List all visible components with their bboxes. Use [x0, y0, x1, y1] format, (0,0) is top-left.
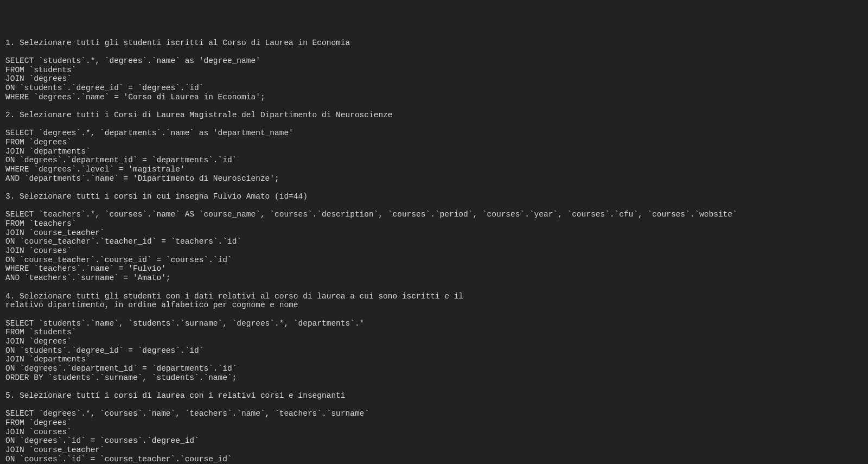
sql-code-block: 1. Selezionare tutti gli studenti iscrit… — [5, 39, 863, 464]
